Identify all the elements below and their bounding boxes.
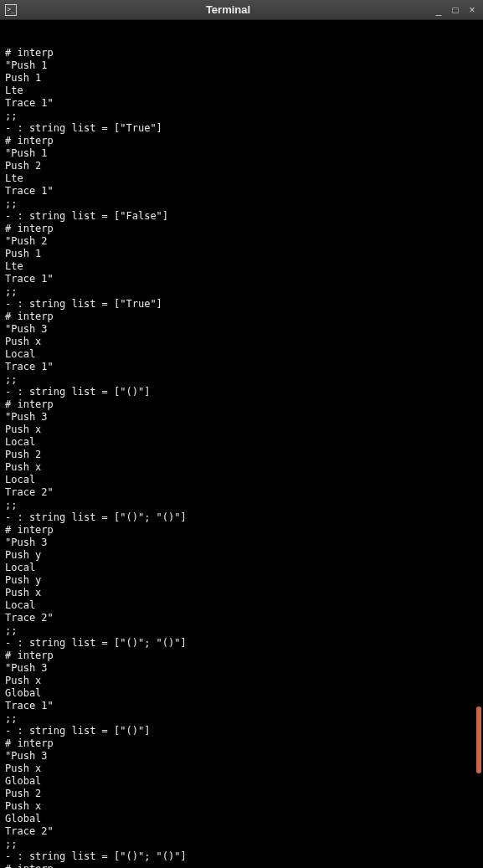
terminal-line: # interp bbox=[5, 398, 478, 411]
terminal-line: # interp bbox=[5, 311, 478, 323]
terminal-line: ;; bbox=[5, 110, 478, 122]
terminal-line: "Push 1 bbox=[5, 147, 478, 160]
terminal-line: ;; bbox=[5, 712, 478, 725]
window-controls: _ □ × bbox=[433, 4, 478, 16]
terminal-line: Push 1 bbox=[5, 72, 478, 85]
terminal-line: # interp bbox=[5, 737, 478, 750]
terminal-line: Trace 1" bbox=[5, 97, 478, 110]
terminal-line: # interp bbox=[5, 650, 478, 662]
window-title: Terminal bbox=[23, 3, 433, 16]
terminal-line: - : string list = ["()"] bbox=[5, 725, 478, 737]
terminal-line: ;; bbox=[5, 373, 478, 386]
terminal-line: Trace 1" bbox=[5, 185, 478, 198]
terminal-line: Push x bbox=[5, 587, 478, 599]
terminal-line: "Push 2 bbox=[5, 235, 478, 248]
terminal-line: "Push 1 bbox=[5, 59, 478, 72]
terminal-line: Local bbox=[5, 474, 478, 486]
terminal-line: "Push 3 bbox=[5, 411, 478, 424]
terminal-line: Push 2 bbox=[5, 160, 478, 172]
window-titlebar: >_ Terminal _ □ × bbox=[0, 0, 483, 20]
terminal-line: Push y bbox=[5, 574, 478, 587]
terminal-line: Global bbox=[5, 775, 478, 788]
terminal-line: Trace 2" bbox=[5, 612, 478, 624]
terminal-line: "Push 3 bbox=[5, 662, 478, 675]
terminal-line: ;; bbox=[5, 499, 478, 511]
terminal-line: Push 1 bbox=[5, 248, 478, 260]
terminal-line: ;; bbox=[5, 624, 478, 637]
terminal-app-icon: >_ bbox=[5, 4, 17, 16]
terminal-line: Trace 1" bbox=[5, 700, 478, 712]
terminal-line: Lte bbox=[5, 260, 478, 273]
terminal-line: Trace 1" bbox=[5, 361, 478, 373]
close-button[interactable]: × bbox=[466, 4, 478, 16]
terminal-line: # interp bbox=[5, 135, 478, 147]
terminal-line: # interp bbox=[5, 863, 478, 868]
terminal-line: "Push 3 bbox=[5, 323, 478, 336]
terminal-line: - : string list = ["()"; "()"] bbox=[5, 637, 478, 650]
terminal-line: Global bbox=[5, 687, 478, 700]
terminal-line: Local bbox=[5, 599, 478, 612]
terminal-line: Push 2 bbox=[5, 449, 478, 461]
terminal-line: Push x bbox=[5, 336, 478, 348]
terminal-line: - : string list = ["False"] bbox=[5, 210, 478, 223]
terminal-line: Trace 2" bbox=[5, 825, 478, 838]
terminal-line: Lte bbox=[5, 172, 478, 185]
terminal-line: - : string list = ["()"; "()"] bbox=[5, 850, 478, 863]
terminal-line: Trace 2" bbox=[5, 486, 478, 499]
terminal-line: - : string list = ["True"] bbox=[5, 298, 478, 311]
terminal-output[interactable]: # interp"Push 1Push 1LteTrace 1";;- : st… bbox=[0, 20, 483, 868]
terminal-line: Global bbox=[5, 813, 478, 825]
terminal-line: Push x bbox=[5, 424, 478, 436]
terminal-line: - : string list = ["()"] bbox=[5, 386, 478, 398]
terminal-line: Push x bbox=[5, 763, 478, 775]
scrollbar-thumb[interactable] bbox=[476, 706, 481, 773]
terminal-line: ;; bbox=[5, 285, 478, 298]
terminal-line: # interp bbox=[5, 524, 478, 537]
terminal-line: # interp bbox=[5, 47, 478, 59]
terminal-line: Lte bbox=[5, 85, 478, 97]
terminal-line: Local bbox=[5, 562, 478, 574]
terminal-line: Push x bbox=[5, 800, 478, 813]
terminal-line: - : string list = ["True"] bbox=[5, 122, 478, 135]
terminal-line: Push 2 bbox=[5, 788, 478, 800]
terminal-line: Local bbox=[5, 348, 478, 361]
terminal-line: Trace 1" bbox=[5, 273, 478, 285]
terminal-line: Push y bbox=[5, 549, 478, 562]
terminal-line: Push x bbox=[5, 675, 478, 687]
terminal-line: ;; bbox=[5, 198, 478, 210]
terminal-line: "Push 3 bbox=[5, 537, 478, 549]
terminal-line: ;; bbox=[5, 838, 478, 850]
terminal-line: - : string list = ["()"; "()"] bbox=[5, 511, 478, 524]
terminal-line: Push x bbox=[5, 461, 478, 474]
terminal-line: Local bbox=[5, 436, 478, 449]
maximize-button[interactable]: □ bbox=[450, 4, 461, 16]
minimize-button[interactable]: _ bbox=[433, 4, 444, 16]
terminal-line: "Push 3 bbox=[5, 750, 478, 763]
terminal-line: # interp bbox=[5, 223, 478, 235]
